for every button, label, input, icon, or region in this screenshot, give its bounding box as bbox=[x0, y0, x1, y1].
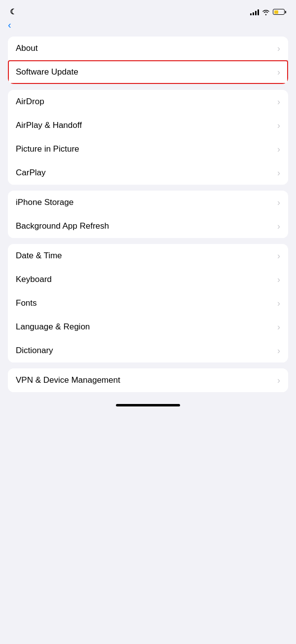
menu-row-carplay[interactable]: CarPlay› bbox=[8, 161, 288, 185]
status-time: ☾ bbox=[10, 7, 16, 17]
settings-section-section-locale: Date & Time›Keyboard›Fonts›Language & Re… bbox=[8, 244, 288, 362]
chevron-icon-about: › bbox=[277, 43, 280, 54]
settings-section-section-about: About›Software Update› bbox=[8, 37, 288, 84]
battery-icon bbox=[273, 9, 286, 15]
settings-section-section-storage: iPhone Storage›Background App Refresh› bbox=[8, 191, 288, 238]
wifi-icon bbox=[262, 9, 270, 15]
menu-row-picture-in-picture[interactable]: Picture in Picture› bbox=[8, 137, 288, 161]
menu-row-iphone-storage[interactable]: iPhone Storage› bbox=[8, 191, 288, 214]
menu-row-label-background-app-refresh: Background App Refresh bbox=[16, 221, 109, 231]
menu-row-background-app-refresh[interactable]: Background App Refresh› bbox=[8, 214, 288, 238]
chevron-icon-date-time: › bbox=[277, 251, 280, 261]
menu-row-label-airdrop: AirDrop bbox=[16, 97, 44, 107]
menu-row-label-date-time: Date & Time bbox=[16, 251, 62, 261]
chevron-icon-language-region: › bbox=[277, 322, 280, 332]
chevron-icon-software-update: › bbox=[277, 67, 280, 78]
chevron-icon-airdrop: › bbox=[277, 97, 280, 107]
chevron-icon-carplay: › bbox=[277, 168, 280, 178]
menu-row-label-language-region: Language & Region bbox=[16, 322, 90, 332]
home-indicator-bar bbox=[116, 404, 180, 406]
chevron-icon-vpn-device-management: › bbox=[277, 375, 280, 386]
menu-row-dictionary[interactable]: Dictionary› bbox=[8, 339, 288, 362]
menu-row-label-keyboard: Keyboard bbox=[16, 275, 52, 284]
menu-row-label-iphone-storage: iPhone Storage bbox=[16, 198, 74, 207]
chevron-icon-background-app-refresh: › bbox=[277, 221, 280, 232]
menu-row-fonts[interactable]: Fonts› bbox=[8, 291, 288, 315]
menu-row-language-region[interactable]: Language & Region› bbox=[8, 315, 288, 339]
menu-row-label-dictionary: Dictionary bbox=[16, 346, 53, 356]
settings-section-section-vpn: VPN & Device Management› bbox=[8, 368, 288, 392]
settings-section-section-connectivity: AirDrop›AirPlay & Handoff›Picture in Pic… bbox=[8, 90, 288, 185]
status-icons bbox=[250, 8, 286, 15]
chevron-icon-keyboard: › bbox=[277, 275, 280, 285]
status-bar: ☾ bbox=[0, 0, 296, 21]
menu-row-software-update[interactable]: Software Update› bbox=[8, 60, 288, 84]
back-button[interactable]: ‹ bbox=[8, 20, 13, 30]
menu-row-date-time[interactable]: Date & Time› bbox=[8, 244, 288, 268]
menu-row-label-about: About bbox=[16, 43, 37, 53]
chevron-icon-fonts: › bbox=[277, 298, 280, 309]
chevron-icon-airplay-handoff: › bbox=[277, 121, 280, 131]
menu-row-label-fonts: Fonts bbox=[16, 298, 37, 308]
menu-row-airplay-handoff[interactable]: AirPlay & Handoff› bbox=[8, 114, 288, 137]
menu-row-label-carplay: CarPlay bbox=[16, 168, 45, 178]
back-chevron-icon: ‹ bbox=[8, 20, 11, 30]
chevron-icon-iphone-storage: › bbox=[277, 198, 280, 208]
menu-row-label-software-update: Software Update bbox=[16, 67, 78, 77]
signal-icon bbox=[250, 8, 259, 15]
menu-row-keyboard[interactable]: Keyboard› bbox=[8, 268, 288, 291]
nav-bar: ‹ bbox=[0, 21, 296, 31]
chevron-icon-picture-in-picture: › bbox=[277, 144, 280, 155]
menu-row-vpn-device-management[interactable]: VPN & Device Management› bbox=[8, 368, 288, 392]
chevron-icon-dictionary: › bbox=[277, 346, 280, 356]
home-indicator-area bbox=[0, 398, 296, 415]
menu-row-label-airplay-handoff: AirPlay & Handoff bbox=[16, 121, 82, 130]
menu-row-label-vpn-device-management: VPN & Device Management bbox=[16, 375, 120, 385]
menu-row-airdrop[interactable]: AirDrop› bbox=[8, 90, 288, 114]
moon-icon: ☾ bbox=[10, 7, 16, 16]
menu-row-about[interactable]: About› bbox=[8, 37, 288, 60]
menu-row-label-picture-in-picture: Picture in Picture bbox=[16, 144, 79, 154]
